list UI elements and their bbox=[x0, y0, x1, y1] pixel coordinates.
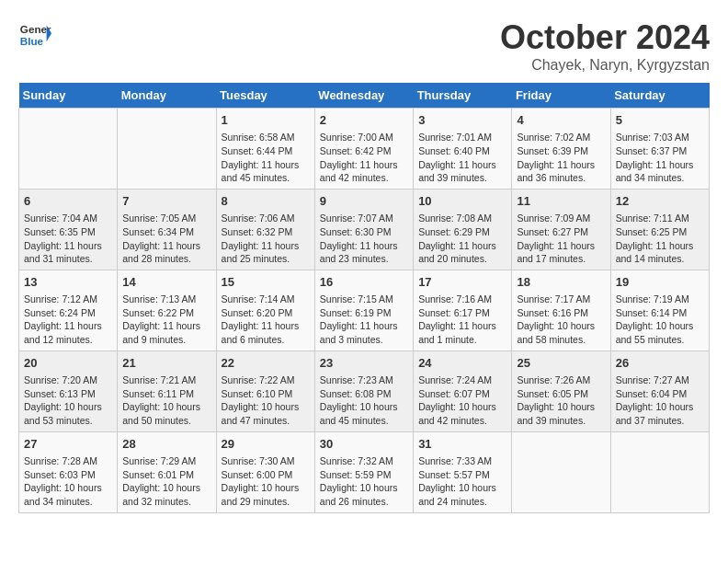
weekday-header-sunday: Sunday bbox=[19, 83, 118, 109]
day-number: 9 bbox=[320, 193, 408, 210]
calendar-cell: 23Sunrise: 7:23 AM Sunset: 6:08 PM Dayli… bbox=[314, 350, 413, 431]
day-content: Sunrise: 7:32 AM Sunset: 5:59 PM Dayligh… bbox=[320, 454, 408, 509]
day-content: Sunrise: 7:08 AM Sunset: 6:29 PM Dayligh… bbox=[418, 212, 506, 266]
day-number: 10 bbox=[418, 193, 506, 210]
calendar-cell: 22Sunrise: 7:22 AM Sunset: 6:10 PM Dayli… bbox=[216, 350, 314, 431]
day-number: 28 bbox=[122, 436, 210, 453]
day-content: Sunrise: 7:09 AM Sunset: 6:27 PM Dayligh… bbox=[517, 212, 605, 266]
day-number: 17 bbox=[418, 274, 506, 291]
calendar-row-5: 27Sunrise: 7:28 AM Sunset: 6:03 PM Dayli… bbox=[19, 431, 710, 512]
calendar-row-2: 6Sunrise: 7:04 AM Sunset: 6:35 PM Daylig… bbox=[19, 189, 710, 270]
day-number: 8 bbox=[222, 193, 310, 210]
day-number: 20 bbox=[24, 355, 112, 372]
day-number: 19 bbox=[616, 274, 704, 291]
calendar-cell: 1Sunrise: 6:58 AM Sunset: 6:44 PM Daylig… bbox=[216, 109, 314, 190]
day-content: Sunrise: 7:05 AM Sunset: 6:34 PM Dayligh… bbox=[122, 212, 210, 266]
day-number: 2 bbox=[320, 112, 408, 129]
calendar-cell: 31Sunrise: 7:33 AM Sunset: 5:57 PM Dayli… bbox=[414, 431, 512, 512]
calendar-cell: 8Sunrise: 7:06 AM Sunset: 6:32 PM Daylig… bbox=[216, 189, 314, 270]
calendar-cell: 4Sunrise: 7:02 AM Sunset: 6:39 PM Daylig… bbox=[512, 109, 610, 190]
day-content: Sunrise: 7:20 AM Sunset: 6:13 PM Dayligh… bbox=[24, 373, 112, 428]
calendar-cell: 24Sunrise: 7:24 AM Sunset: 6:07 PM Dayli… bbox=[414, 350, 512, 431]
calendar-cell: 5Sunrise: 7:03 AM Sunset: 6:37 PM Daylig… bbox=[610, 109, 709, 190]
day-number: 25 bbox=[517, 355, 605, 372]
day-content: Sunrise: 7:19 AM Sunset: 6:14 PM Dayligh… bbox=[616, 293, 704, 347]
day-content: Sunrise: 7:30 AM Sunset: 6:00 PM Dayligh… bbox=[222, 454, 310, 509]
day-number: 18 bbox=[517, 274, 605, 291]
calendar-cell: 30Sunrise: 7:32 AM Sunset: 5:59 PM Dayli… bbox=[314, 431, 413, 512]
calendar-cell: 14Sunrise: 7:13 AM Sunset: 6:22 PM Dayli… bbox=[118, 270, 216, 350]
day-number: 4 bbox=[517, 112, 605, 129]
calendar-table: SundayMondayTuesdayWednesdayThursdayFrid… bbox=[18, 83, 710, 513]
day-number: 16 bbox=[320, 274, 408, 291]
calendar-cell: 25Sunrise: 7:26 AM Sunset: 6:05 PM Dayli… bbox=[512, 350, 610, 431]
calendar-cell: 6Sunrise: 7:04 AM Sunset: 6:35 PM Daylig… bbox=[19, 189, 118, 270]
calendar-cell: 29Sunrise: 7:30 AM Sunset: 6:00 PM Dayli… bbox=[216, 431, 314, 512]
logo-icon: General Blue bbox=[18, 18, 51, 52]
day-content: Sunrise: 7:27 AM Sunset: 6:04 PM Dayligh… bbox=[616, 373, 704, 428]
day-number: 6 bbox=[24, 193, 112, 210]
calendar-cell: 9Sunrise: 7:07 AM Sunset: 6:30 PM Daylig… bbox=[314, 189, 413, 270]
weekday-header-tuesday: Tuesday bbox=[216, 83, 314, 109]
day-content: Sunrise: 7:28 AM Sunset: 6:03 PM Dayligh… bbox=[24, 454, 112, 509]
day-content: Sunrise: 7:21 AM Sunset: 6:11 PM Dayligh… bbox=[122, 373, 210, 428]
day-number: 29 bbox=[222, 436, 310, 453]
day-number: 13 bbox=[24, 274, 112, 291]
calendar-cell bbox=[512, 431, 610, 512]
day-number: 5 bbox=[616, 112, 704, 129]
day-number: 30 bbox=[320, 436, 408, 453]
day-number: 3 bbox=[418, 112, 506, 129]
day-content: Sunrise: 7:00 AM Sunset: 6:42 PM Dayligh… bbox=[320, 131, 408, 185]
calendar-cell: 20Sunrise: 7:20 AM Sunset: 6:13 PM Dayli… bbox=[19, 350, 118, 431]
day-content: Sunrise: 7:14 AM Sunset: 6:20 PM Dayligh… bbox=[222, 293, 310, 347]
day-number: 24 bbox=[418, 355, 506, 372]
day-content: Sunrise: 7:07 AM Sunset: 6:30 PM Dayligh… bbox=[320, 212, 408, 266]
day-content: Sunrise: 7:13 AM Sunset: 6:22 PM Dayligh… bbox=[122, 293, 210, 347]
day-number: 14 bbox=[122, 274, 210, 291]
calendar-cell: 26Sunrise: 7:27 AM Sunset: 6:04 PM Dayli… bbox=[610, 350, 709, 431]
day-number: 23 bbox=[320, 355, 408, 372]
day-content: Sunrise: 7:29 AM Sunset: 6:01 PM Dayligh… bbox=[122, 454, 210, 509]
day-content: Sunrise: 7:23 AM Sunset: 6:08 PM Dayligh… bbox=[320, 373, 408, 428]
day-number: 7 bbox=[122, 193, 210, 210]
day-content: Sunrise: 7:06 AM Sunset: 6:32 PM Dayligh… bbox=[222, 212, 310, 266]
calendar-cell: 15Sunrise: 7:14 AM Sunset: 6:20 PM Dayli… bbox=[216, 270, 314, 350]
day-number: 15 bbox=[222, 274, 310, 291]
day-content: Sunrise: 7:03 AM Sunset: 6:37 PM Dayligh… bbox=[616, 131, 704, 185]
calendar-cell bbox=[19, 109, 118, 190]
title-block: October 2024 Chayek, Naryn, Kyrgyzstan bbox=[500, 18, 710, 74]
day-number: 22 bbox=[222, 355, 310, 372]
calendar-cell bbox=[118, 109, 216, 190]
day-content: Sunrise: 7:22 AM Sunset: 6:10 PM Dayligh… bbox=[222, 373, 310, 428]
day-content: Sunrise: 7:33 AM Sunset: 5:57 PM Dayligh… bbox=[418, 454, 506, 509]
location: Chayek, Naryn, Kyrgyzstan bbox=[500, 57, 710, 74]
weekday-header-saturday: Saturday bbox=[610, 83, 709, 109]
day-number: 12 bbox=[616, 193, 704, 210]
day-content: Sunrise: 7:15 AM Sunset: 6:19 PM Dayligh… bbox=[320, 293, 408, 347]
day-content: Sunrise: 7:17 AM Sunset: 6:16 PM Dayligh… bbox=[517, 293, 605, 347]
calendar-row-3: 13Sunrise: 7:12 AM Sunset: 6:24 PM Dayli… bbox=[19, 270, 710, 350]
day-number: 21 bbox=[122, 355, 210, 372]
calendar-cell: 12Sunrise: 7:11 AM Sunset: 6:25 PM Dayli… bbox=[610, 189, 709, 270]
day-content: Sunrise: 7:24 AM Sunset: 6:07 PM Dayligh… bbox=[418, 373, 506, 428]
calendar-row-1: 1Sunrise: 6:58 AM Sunset: 6:44 PM Daylig… bbox=[19, 109, 710, 190]
calendar-cell: 28Sunrise: 7:29 AM Sunset: 6:01 PM Dayli… bbox=[118, 431, 216, 512]
month-title: October 2024 bbox=[500, 18, 710, 57]
calendar-cell bbox=[610, 431, 709, 512]
calendar-cell: 19Sunrise: 7:19 AM Sunset: 6:14 PM Dayli… bbox=[610, 270, 709, 350]
day-content: Sunrise: 7:16 AM Sunset: 6:17 PM Dayligh… bbox=[418, 293, 506, 347]
calendar-cell: 16Sunrise: 7:15 AM Sunset: 6:19 PM Dayli… bbox=[314, 270, 413, 350]
weekday-header-wednesday: Wednesday bbox=[314, 83, 413, 109]
calendar-cell: 2Sunrise: 7:00 AM Sunset: 6:42 PM Daylig… bbox=[314, 109, 413, 190]
calendar-cell: 17Sunrise: 7:16 AM Sunset: 6:17 PM Dayli… bbox=[414, 270, 512, 350]
logo: General Blue bbox=[18, 18, 51, 52]
weekday-header-monday: Monday bbox=[118, 83, 216, 109]
weekday-header-row: SundayMondayTuesdayWednesdayThursdayFrid… bbox=[19, 83, 710, 109]
page-header: General Blue October 2024 Chayek, Naryn,… bbox=[18, 18, 710, 74]
day-number: 1 bbox=[222, 112, 310, 129]
weekday-header-friday: Friday bbox=[512, 83, 610, 109]
calendar-cell: 13Sunrise: 7:12 AM Sunset: 6:24 PM Dayli… bbox=[19, 270, 118, 350]
day-content: Sunrise: 7:01 AM Sunset: 6:40 PM Dayligh… bbox=[418, 131, 506, 185]
day-content: Sunrise: 7:12 AM Sunset: 6:24 PM Dayligh… bbox=[24, 293, 112, 347]
calendar-cell: 18Sunrise: 7:17 AM Sunset: 6:16 PM Dayli… bbox=[512, 270, 610, 350]
